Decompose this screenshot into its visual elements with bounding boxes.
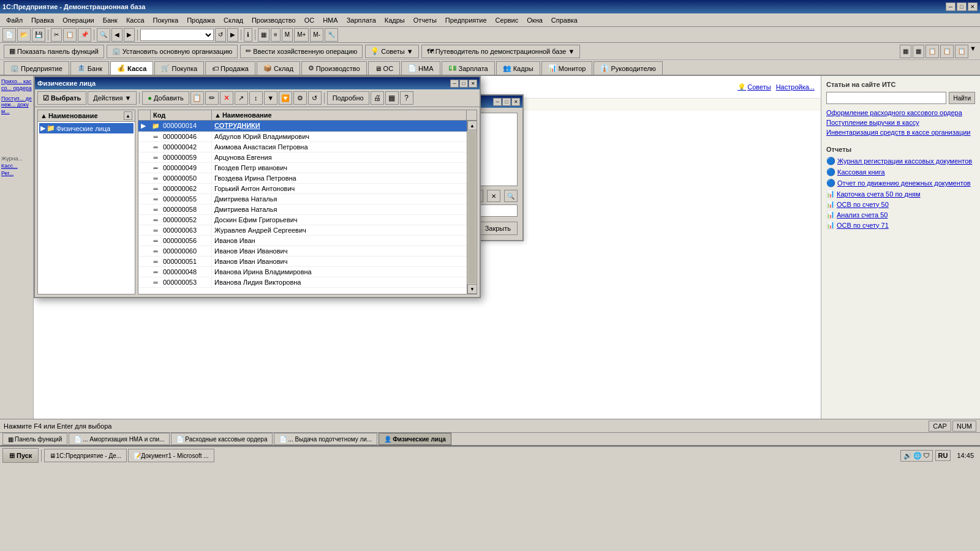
tab-personnel[interactable]: 👥 Кадры — [496, 61, 540, 75]
win-vydacha-btn[interactable]: 📄 ... Выдача подотчетному ли... — [274, 433, 377, 445]
toolbar-paste[interactable]: 📌 — [78, 28, 91, 42]
scrollbar-down-btn[interactable]: ▼ — [467, 284, 477, 294]
phys-dialog-close[interactable]: ✕ — [469, 80, 477, 88]
maximize-button[interactable]: □ — [957, 2, 967, 11]
tab-manager[interactable]: 👔 Руководителю — [594, 61, 662, 75]
menu-edit[interactable]: Правка — [28, 15, 58, 25]
its-link-2[interactable]: Поступление выручки в кассу — [826, 119, 975, 126]
list-row-14[interactable]: ═ 000000048 Иванова Ирина Владимировна — [138, 267, 467, 277]
menu-service[interactable]: Сервис — [492, 15, 522, 25]
list-row-3[interactable]: ═ 000000059 Арцунова Евгения — [138, 152, 467, 163]
settings-icon-btn[interactable]: ⚙ — [293, 91, 307, 105]
refresh-btn[interactable]: ↺ — [308, 91, 322, 105]
toolbar-combo[interactable] — [140, 29, 214, 41]
responsible-search-btn[interactable]: 🔍 — [504, 190, 518, 202]
menu-warehouse[interactable]: Склад — [220, 15, 247, 25]
responsible-clear-btn[interactable]: ✕ — [487, 190, 500, 202]
right-icon4[interactable]: 📋 — [940, 45, 954, 58]
list-row-7[interactable]: ═ 000000055 Дмитриева Наталья — [138, 194, 467, 204]
toolbar-forward[interactable]: ▶ — [124, 28, 135, 42]
tab-purchase[interactable]: 🛒 Покупка — [154, 61, 204, 75]
menu-enterprise[interactable]: Предприятие — [442, 15, 491, 25]
list-row-1[interactable]: ═ 000000046 Абдулов Юрий Владимирович — [138, 132, 467, 142]
move-btn[interactable]: ↗ — [235, 91, 248, 105]
lang-indicator[interactable]: RU — [935, 450, 951, 461]
toolbar-save[interactable]: 💾 — [32, 28, 45, 42]
bg-dialog-close[interactable]: ✕ — [511, 98, 520, 106]
list-row-12[interactable]: ═ 000000060 Иванов Иван Иванович — [138, 246, 467, 257]
list-row-10[interactable]: ═ 000000063 Журавлев Андрей Сергеевич — [138, 225, 467, 236]
help-icon-btn[interactable]: ? — [400, 91, 413, 105]
bg-dialog-maximize[interactable]: □ — [502, 98, 511, 106]
win-amort-btn[interactable]: 📄 ... Амортизация НМА и спи... — [69, 433, 170, 445]
menu-bank[interactable]: Банк — [99, 15, 121, 25]
toolbar-go[interactable]: ▶ — [227, 28, 238, 42]
taskbar-word[interactable]: 📝 Документ1 - Microsoft ... — [128, 449, 214, 462]
list-row-6[interactable]: ═ 000000062 Горький Антон Антонович — [138, 184, 467, 194]
its-search-input[interactable] — [826, 92, 946, 104]
table-icon-btn[interactable]: ▦ — [385, 91, 399, 105]
menu-production[interactable]: Производство — [248, 15, 300, 25]
edit-btn[interactable]: ✏ — [205, 91, 219, 105]
add-btn[interactable]: ● Добавить — [142, 91, 189, 105]
win-cashorders-btn[interactable]: 📄 Расходные кассовые ордера — [171, 433, 273, 445]
filter2-btn[interactable]: 🔽 — [279, 91, 292, 105]
toolbar-open[interactable]: 📂 — [17, 28, 31, 42]
list-row-11[interactable]: ═ 000000056 Иванов Иван — [138, 236, 467, 246]
delete-btn[interactable]: ✕ — [220, 91, 233, 105]
list-row-8[interactable]: ═ 000000058 Дмитриева Наталья — [138, 204, 467, 215]
menu-sale[interactable]: Продажа — [183, 15, 219, 25]
toolbar-tools[interactable]: 🔧 — [325, 28, 338, 42]
report-5-link[interactable]: ОСВ по счету 50 — [837, 201, 889, 208]
report-4-link[interactable]: Карточка счета 50 по дням — [837, 190, 921, 198]
toolbar-grid[interactable]: ▦ — [258, 28, 270, 42]
sidebar-kassa-link[interactable]: Касс... — [1, 163, 32, 169]
sort-btn[interactable]: ↕ — [249, 91, 263, 105]
toolbar-back[interactable]: ◀ — [111, 28, 123, 42]
list-row-13[interactable]: ═ 000000051 Иванов Иван Иванович — [138, 257, 467, 267]
tree-item-phys[interactable]: ▶ 📁 Физические лица — [39, 123, 134, 133]
list-row-4[interactable]: ═ 000000049 Гвоздев Петр иванович — [138, 163, 467, 173]
tips-button[interactable]: 💡 Советы ▼ — [365, 45, 418, 58]
kassa-tips-link[interactable]: 💡 Советы — [737, 83, 771, 91]
menu-salary[interactable]: Зарплата — [343, 15, 380, 25]
phys-dialog-maximize[interactable]: □ — [459, 80, 468, 88]
menu-operations[interactable]: Операции — [59, 15, 97, 25]
menu-os[interactable]: ОС — [301, 15, 318, 25]
win-phys-btn[interactable]: 👤 Физические лица — [379, 433, 451, 445]
tab-nma[interactable]: 📄 НМА — [401, 61, 440, 75]
copy-btn[interactable]: 📋 — [190, 91, 204, 105]
menu-kassa[interactable]: Касса — [123, 15, 148, 25]
menu-windows[interactable]: Окна — [523, 15, 546, 25]
tab-enterprise[interactable]: 🏢 Предприятие — [4, 61, 69, 75]
show-panel-button[interactable]: ▦ Показать панель функций — [4, 45, 104, 58]
start-button[interactable]: ⊞ Пуск — [2, 448, 39, 463]
menu-file[interactable]: Файл — [2, 15, 26, 25]
toolbar-mminus[interactable]: M- — [310, 28, 323, 42]
toolbar-list[interactable]: ≡ — [271, 28, 281, 42]
its-link-1[interactable]: Оформление расходного кассового ордера — [826, 109, 975, 116]
tree-scrollbar-up[interactable]: ▲ — [124, 111, 132, 120]
bg-dialog-minimize[interactable]: ─ — [493, 98, 502, 106]
toolbar-new[interactable]: 📄 — [2, 28, 16, 42]
print-icon-btn[interactable]: 🖨 — [371, 91, 384, 105]
toolbar-copy[interactable]: 📋 — [63, 28, 77, 42]
sidebar-reg-link[interactable]: Рег... — [1, 170, 32, 176]
tab-warehouse[interactable]: 📦 Склад — [257, 61, 300, 75]
guide-button[interactable]: 🗺 Путеводитель по демонстрационной базе … — [421, 45, 581, 58]
actions-btn[interactable]: Действия ▼ — [88, 91, 137, 105]
phys-dialog-minimize[interactable]: ─ — [450, 80, 459, 88]
tab-salary[interactable]: 💵 Зарплата — [442, 61, 495, 75]
close-button[interactable]: ✕ — [968, 2, 978, 11]
menu-personnel[interactable]: Кадры — [381, 15, 409, 25]
right-icon5[interactable]: 📋 — [955, 45, 968, 58]
list-row-5[interactable]: ═ 000000050 Гвоздева Ирина Петровна — [138, 173, 467, 184]
set-org-button[interactable]: 🏢 Установить основную организацию — [107, 45, 238, 58]
select-btn[interactable]: ☑ Выбрать — [37, 91, 86, 105]
tab-monitor[interactable]: 📊 Монитор — [541, 61, 593, 75]
scrollbar-up-btn[interactable]: ▲ — [467, 121, 477, 130]
report-1-link[interactable]: Журнал регистрации кассовых документов — [837, 157, 972, 165]
toolbar-m[interactable]: M — [282, 28, 293, 42]
list-row-0[interactable]: ▶ 📁 000000014 СОТРУДНИКИ — [138, 121, 467, 132]
list-row-9[interactable]: ═ 000000052 Доскин Ефим Григорьевич — [138, 215, 467, 225]
